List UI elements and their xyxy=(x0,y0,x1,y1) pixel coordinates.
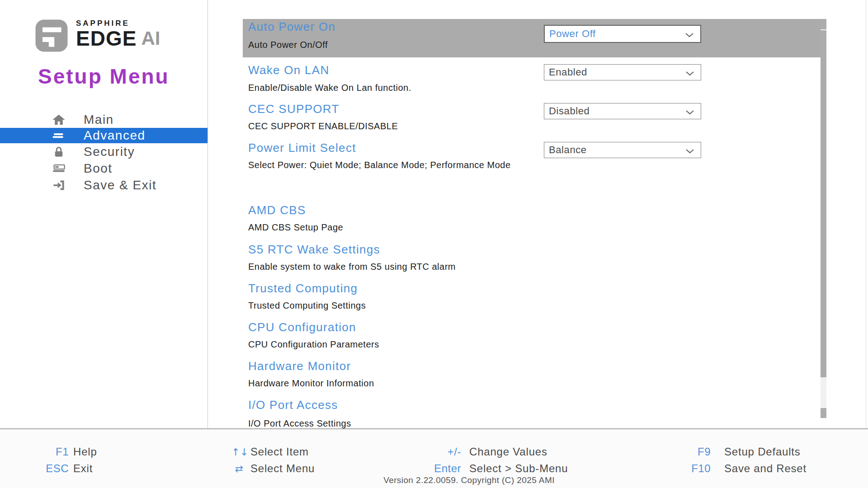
sliders-icon xyxy=(51,131,67,141)
setting-description: Enable/Disable Wake On Lan function. xyxy=(248,83,411,93)
setting-description: CEC SUPPORT ENABLE/DISABLE xyxy=(248,121,398,131)
setting-description: Auto Power On/Off xyxy=(248,40,328,50)
key-action: Help xyxy=(73,446,97,458)
dropdown-auto-power-on[interactable]: Power Off xyxy=(544,25,701,43)
settings-panel: Auto Power On Auto Power On/Off Power Of… xyxy=(208,0,868,428)
submenu-s5-rtc-wake[interactable]: S5 RTC Wake Settings xyxy=(248,243,380,257)
key-action: Select Item xyxy=(250,446,309,458)
sidebar-item-save-exit[interactable]: Save & Exit xyxy=(0,177,208,193)
lock-icon xyxy=(51,146,67,158)
submenu-description: CPU Configuration Parameters xyxy=(248,339,379,350)
brand-text: SAPPHIRE EDGE AI xyxy=(76,19,160,48)
dropdown-value: Disabled xyxy=(549,105,590,117)
key-action: Select > Sub-Menu xyxy=(469,462,568,475)
sidebar: SAPPHIRE EDGE AI Setup Menu Main xyxy=(0,0,208,428)
scrollbar[interactable] xyxy=(821,19,826,418)
chevron-down-icon xyxy=(685,28,694,40)
submenu-description: I/O Port Access Settings xyxy=(248,418,351,428)
scrollbar-bottom-cap[interactable] xyxy=(821,408,826,418)
help-key-change-values: +/- Change Values xyxy=(425,446,547,458)
scrollbar-thumb[interactable] xyxy=(821,30,826,377)
key-label: F1 xyxy=(41,446,69,458)
dropdown-wake-on-lan[interactable]: Enabled xyxy=(544,64,701,80)
key-label: F9 xyxy=(688,446,711,458)
submenu-description: Enable system to wake from S5 using RTC … xyxy=(248,262,456,272)
help-key-f1: F1 Help xyxy=(41,446,97,458)
dropdown-value: Power Off xyxy=(549,28,596,40)
bios-setup-screen: SAPPHIRE EDGE AI Setup Menu Main xyxy=(0,0,868,488)
setting-auto-power-on[interactable]: Auto Power On xyxy=(248,20,335,34)
dropdown-power-limit[interactable]: Balance xyxy=(544,142,701,158)
arrows-up-down-icon: ↑↓ xyxy=(231,446,247,459)
submenu-amd-cbs[interactable]: AMD CBS xyxy=(248,203,306,217)
exit-icon xyxy=(51,179,67,191)
sidebar-item-label: Main xyxy=(84,113,114,127)
viewport-right-edge xyxy=(866,0,866,428)
brand-edge: EDGE xyxy=(76,28,137,48)
setting-wake-on-lan[interactable]: Wake On LAN xyxy=(248,63,330,77)
submenu-cpu-configuration[interactable]: CPU Configuration xyxy=(248,320,356,334)
arrows-left-right-icon: ⇄ xyxy=(231,463,247,475)
dropdown-value: Balance xyxy=(549,144,587,156)
version-text: Version 2.22.0059. Copyright (C) 2025 AM… xyxy=(0,475,868,485)
key-action: Select Menu xyxy=(250,462,315,475)
help-bar: F1 Help ESC Exit ↑↓ Select Item ⇄ Select… xyxy=(0,428,868,488)
help-key-f9: F9 Setup Defaults xyxy=(688,446,801,458)
drive-icon xyxy=(51,163,67,174)
key-label: Enter xyxy=(425,462,461,475)
help-key-select-menu: ⇄ Select Menu xyxy=(231,462,315,475)
sidebar-item-label: Security xyxy=(84,145,135,159)
submenu-trusted-computing[interactable]: Trusted Computing xyxy=(248,282,358,296)
sidebar-item-advanced[interactable]: Advanced xyxy=(0,128,208,143)
sidebar-item-label: Boot xyxy=(84,161,113,176)
sidebar-item-label: Save & Exit xyxy=(84,178,156,192)
sidebar-nav: Main Advanced Security xyxy=(0,111,208,193)
chevron-down-icon xyxy=(685,67,694,79)
submenu-hardware-monitor[interactable]: Hardware Monitor xyxy=(248,359,351,373)
submenu-description: Trusted Computing Settings xyxy=(248,300,366,311)
setting-description: Select Power: Quiet Mode; Balance Mode; … xyxy=(248,160,511,170)
dropdown-value: Enabled xyxy=(549,66,587,78)
key-action: Change Values xyxy=(469,446,547,458)
dropdown-cec-support[interactable]: Disabled xyxy=(544,103,701,119)
submenu-description: Hardware Monitor Information xyxy=(248,378,374,389)
help-key-enter: Enter Select > Sub-Menu xyxy=(425,462,568,475)
help-key-esc: ESC Exit xyxy=(41,462,93,475)
submenu-description: AMD CBS Setup Page xyxy=(248,222,343,233)
scrollbar-top-cap[interactable] xyxy=(821,19,826,29)
chevron-down-icon xyxy=(685,145,694,156)
sidebar-item-main[interactable]: Main xyxy=(0,111,208,128)
setting-cec-support[interactable]: CEC SUPPORT xyxy=(248,102,340,116)
brand-ai: AI xyxy=(141,28,160,48)
sidebar-item-security[interactable]: Security xyxy=(0,143,208,160)
setting-power-limit-select[interactable]: Power Limit Select xyxy=(248,141,356,155)
sapphire-logo-icon xyxy=(35,19,68,52)
setup-menu-title: Setup Menu xyxy=(38,64,170,89)
sidebar-item-boot[interactable]: Boot xyxy=(0,160,208,177)
home-icon xyxy=(51,114,67,126)
key-action: Save and Reset xyxy=(724,462,807,475)
key-label: +/- xyxy=(425,446,461,458)
key-label: F10 xyxy=(688,462,711,475)
key-action: Exit xyxy=(73,462,93,475)
sidebar-item-label: Advanced xyxy=(84,128,146,143)
help-key-select-item: ↑↓ Select Item xyxy=(231,446,309,459)
chevron-down-icon xyxy=(685,106,694,117)
key-action: Setup Defaults xyxy=(724,446,801,458)
help-key-f10: F10 Save and Reset xyxy=(688,462,807,475)
key-label: ESC xyxy=(41,462,69,475)
submenu-io-port-access[interactable]: I/O Port Access xyxy=(248,398,338,412)
